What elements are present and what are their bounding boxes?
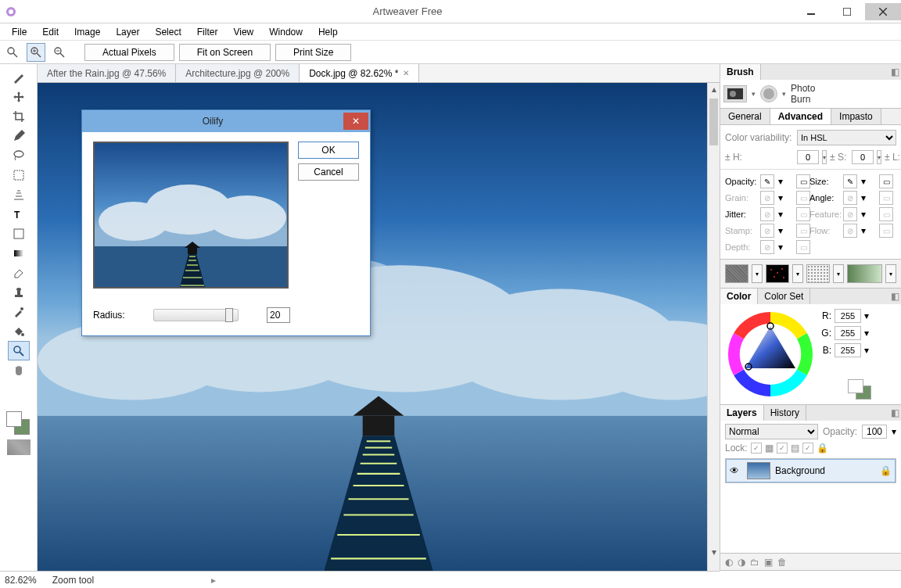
zoom-out-icon[interactable] — [50, 43, 69, 62]
lock-checkbox[interactable]: ✓ — [751, 443, 762, 454]
delete-layer-icon[interactable]: 🗑 — [777, 557, 787, 568]
dropdown-icon[interactable]: ▾ — [861, 176, 877, 187]
layers-tab[interactable]: Layers — [720, 405, 764, 421]
layer-item[interactable]: 👁 Background 🔒 — [726, 459, 896, 482]
menu-help[interactable]: Help — [311, 25, 345, 39]
document-tab[interactable]: After the Rain.jpg @ 47.56% — [38, 64, 176, 82]
panel-dock-icon[interactable]: ◧ — [888, 289, 901, 304]
stamp-tool[interactable] — [8, 282, 30, 302]
slider-knob[interactable] — [225, 308, 233, 322]
color-wheel[interactable] — [725, 309, 816, 400]
r-input[interactable] — [835, 309, 861, 323]
toggle-icon[interactable]: ▭ — [879, 174, 893, 188]
close-tab-icon[interactable]: ✕ — [403, 69, 409, 77]
eraser-tool[interactable] — [8, 263, 30, 282]
crop-tool[interactable] — [8, 106, 30, 126]
dot-swatch[interactable] — [806, 264, 830, 283]
gradient-swatch[interactable] — [847, 264, 882, 283]
dropdown-icon[interactable]: ▾ — [778, 192, 794, 203]
dropdown-icon[interactable]: ▾ — [778, 242, 794, 253]
menu-window[interactable]: Window — [262, 25, 310, 39]
foreground-color-swatch[interactable] — [6, 411, 22, 427]
dialog-title-bar[interactable]: Oilify ✕ — [82, 110, 370, 132]
dropdown-icon[interactable]: ▾ — [778, 225, 794, 236]
zoom-fit-icon[interactable] — [3, 43, 22, 62]
dropdown-icon[interactable]: ▾ — [822, 150, 827, 164]
actual-pixels-button[interactable]: Actual Pixels — [84, 44, 174, 61]
dropdown-icon[interactable]: ▾ — [861, 209, 877, 220]
pencil-tool[interactable] — [8, 126, 30, 145]
radius-slider[interactable] — [153, 309, 239, 321]
move-tool[interactable] — [8, 87, 30, 106]
dropdown-icon[interactable]: ▾ — [864, 345, 869, 356]
menu-file[interactable]: File — [5, 25, 34, 39]
document-tab[interactable]: Architecture.jpg @ 200% — [176, 64, 300, 82]
brush-category-icon[interactable] — [723, 85, 747, 102]
layer-fx-icon[interactable]: ◑ — [738, 557, 745, 568]
cancel-button[interactable]: Cancel — [298, 163, 359, 181]
panel-dock-icon[interactable]: ◧ — [888, 405, 901, 421]
zoom-tool[interactable] — [8, 341, 30, 360]
toggle-icon[interactable]: ▭ — [796, 174, 810, 188]
h-input[interactable] — [797, 150, 819, 164]
perspective-tool[interactable] — [8, 185, 30, 204]
brush-tool[interactable] — [8, 67, 30, 87]
vertical-scrollbar[interactable]: ▴ ▾ — [707, 83, 720, 571]
lasso-tool[interactable] — [8, 145, 30, 165]
hand-tool[interactable] — [8, 360, 30, 380]
size-expr-icon[interactable]: ✎ — [843, 174, 857, 188]
b-input[interactable] — [835, 343, 861, 357]
menu-view[interactable]: View — [226, 25, 260, 39]
gradient-tool[interactable] — [8, 243, 30, 263]
dialog-close-button[interactable]: ✕ — [343, 113, 368, 130]
dropper-tool[interactable] — [8, 302, 30, 321]
maximize-button[interactable] — [829, 3, 865, 20]
s-input[interactable] — [852, 150, 874, 164]
history-tab[interactable]: History — [764, 405, 806, 421]
dropdown-icon[interactable]: ▾ — [861, 192, 877, 203]
menu-select[interactable]: Select — [148, 25, 188, 39]
status-expand-icon[interactable]: ▸ — [211, 575, 216, 586]
dropdown-icon[interactable]: ▾ — [833, 264, 844, 283]
close-button[interactable] — [865, 3, 901, 20]
brush-preview-icon[interactable] — [760, 85, 777, 102]
visibility-icon[interactable]: 👁 — [730, 465, 742, 476]
scroll-down-icon[interactable]: ▾ — [708, 546, 720, 558]
filter-preview[interactable] — [93, 142, 289, 289]
document-tab-active[interactable]: Dock.jpg @ 82.62% *✕ — [300, 64, 419, 82]
dropdown-icon[interactable]: ▾ — [778, 176, 794, 187]
panel-dock-icon[interactable]: ◧ — [888, 64, 901, 80]
color-tab[interactable]: Color — [720, 289, 758, 304]
opacity-expr-icon[interactable]: ✎ — [760, 174, 774, 188]
dropdown-icon[interactable]: ▾ — [861, 225, 877, 236]
menu-image[interactable]: Image — [67, 25, 107, 39]
shape-tool[interactable] — [8, 224, 30, 243]
scroll-up-icon[interactable]: ▴ — [708, 83, 720, 95]
menu-edit[interactable]: Edit — [35, 25, 66, 39]
color-dual-swatch[interactable] — [848, 379, 873, 400]
new-layer-icon[interactable]: ▣ — [764, 557, 773, 568]
brush-panel-tab[interactable]: Brush — [720, 64, 761, 80]
fit-on-screen-button[interactable]: Fit on Screen — [179, 44, 271, 61]
radius-input[interactable] — [267, 307, 290, 323]
lock-checkbox[interactable]: ✓ — [802, 443, 813, 454]
splatter-swatch[interactable] — [766, 264, 789, 283]
brush-subtab-impasto[interactable]: Impasto — [831, 109, 881, 124]
lock-checkbox[interactable]: ✓ — [777, 443, 788, 454]
brush-subtab-advanced[interactable]: Advanced — [770, 109, 831, 124]
print-size-button[interactable]: Print Size — [275, 44, 351, 61]
g-input[interactable] — [835, 326, 861, 340]
dropdown-icon[interactable]: ▾ — [877, 150, 881, 164]
new-folder-icon[interactable]: 🗀 — [750, 557, 759, 568]
zoom-in-icon[interactable] — [27, 43, 45, 62]
menu-filter[interactable]: Filter — [190, 25, 225, 39]
dropdown-icon[interactable]: ▾ — [892, 426, 896, 437]
ok-button[interactable]: OK — [298, 142, 359, 159]
dropdown-icon[interactable]: ▾ — [885, 264, 896, 283]
minimize-button[interactable] — [793, 3, 829, 20]
selection-tool[interactable] — [8, 165, 30, 185]
color-variability-select[interactable]: In HSL — [797, 130, 896, 145]
scrollbar-thumb[interactable] — [709, 99, 718, 145]
text-tool[interactable]: T — [8, 204, 30, 224]
primary-color-swatch[interactable] — [848, 379, 863, 393]
